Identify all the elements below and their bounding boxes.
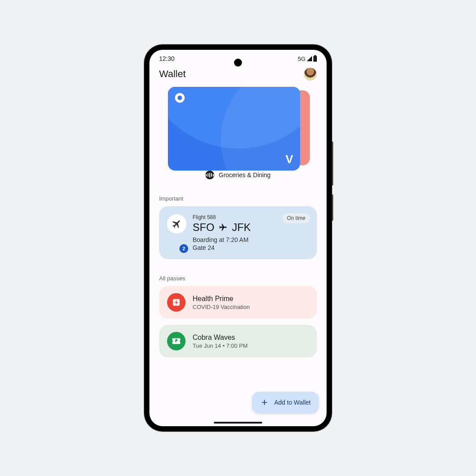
pass-title: Cobra Waves xyxy=(193,334,309,342)
add-to-wallet-button[interactable]: Add to Wallet xyxy=(252,392,319,413)
airplane-icon xyxy=(167,214,186,234)
volume-button xyxy=(332,141,333,186)
flight-origin: SFO xyxy=(193,221,214,234)
signal-icon xyxy=(307,56,312,61)
all-passes-section-label: All passes xyxy=(149,259,327,286)
flight-status-badge: On time xyxy=(283,213,310,223)
pass-subtitle: Tue Jun 14 • 7:00 PM xyxy=(193,342,309,349)
gate-info: Gate 24 xyxy=(193,244,309,251)
flight-count-badge: 2 xyxy=(179,244,188,253)
event-pass-card[interactable]: Cobra Waves Tue Jun 14 • 7:00 PM xyxy=(159,325,317,357)
card-brand-icon xyxy=(175,93,185,103)
front-camera xyxy=(234,59,242,67)
important-section-label: Important xyxy=(149,179,327,206)
card-name: Groceries & Dining xyxy=(219,171,271,178)
screen: 12:30 5G Wallet V Groceri xyxy=(149,50,327,426)
health-icon xyxy=(167,293,186,312)
network-label: 5G xyxy=(298,56,305,62)
profile-avatar[interactable] xyxy=(304,67,317,81)
fab-label: Add to Wallet xyxy=(274,399,311,406)
page-title: Wallet xyxy=(159,68,186,80)
pass-subtitle: COVID-19 Vaccination xyxy=(193,304,309,310)
card-carousel[interactable]: V Groceries & Dining xyxy=(149,87,327,179)
plane-arrow-icon xyxy=(219,223,227,232)
boarding-info: Boarding at 7:20 AM xyxy=(193,236,309,243)
home-indicator[interactable] xyxy=(214,422,262,424)
flight-pass-card[interactable]: 2 Flight 588 SFO JFK Boarding at 7:20 AM… xyxy=(159,206,317,259)
flight-destination: JFK xyxy=(232,221,251,234)
card-label-row: Groceries & Dining xyxy=(149,171,327,179)
ticket-icon xyxy=(167,332,186,350)
phone-frame: 12:30 5G Wallet V Groceri xyxy=(144,45,332,431)
battery-icon xyxy=(313,56,317,62)
app-header: Wallet xyxy=(149,65,327,87)
plus-icon xyxy=(260,398,269,407)
flight-route: SFO JFK xyxy=(193,221,309,234)
payment-card-primary[interactable]: V xyxy=(168,87,300,171)
status-time: 12:30 xyxy=(159,55,175,62)
pass-title: Health Prime xyxy=(193,295,309,303)
power-button xyxy=(332,194,333,221)
card-network-icon: V xyxy=(286,152,292,166)
health-pass-card[interactable]: Health Prime COVID-19 Vaccination xyxy=(159,286,317,319)
contactless-icon xyxy=(205,171,214,179)
